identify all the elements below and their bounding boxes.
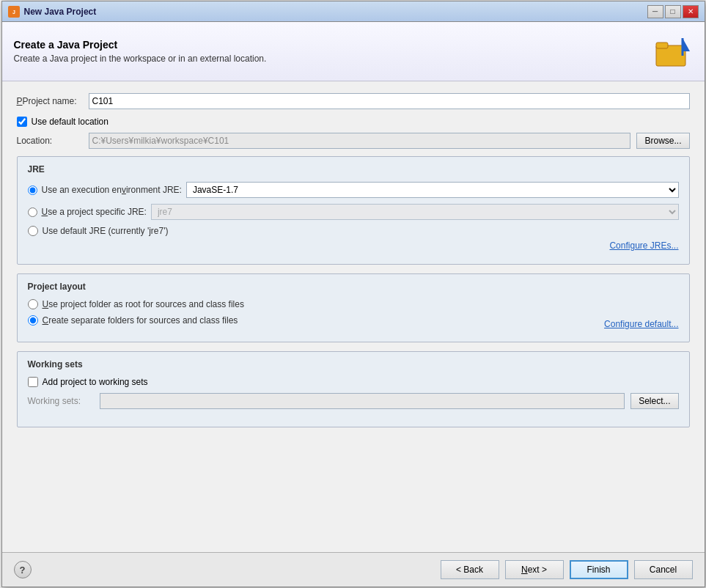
layout-section-title: Project layout bbox=[28, 282, 679, 292]
project-name-label: PProject name: bbox=[17, 96, 83, 106]
add-working-sets-row: Add project to working sets bbox=[28, 377, 679, 387]
window-controls: ─ □ ✕ bbox=[647, 5, 699, 18]
working-sets-section-title: Working sets bbox=[28, 359, 679, 370]
project-name-row: PProject name: bbox=[17, 93, 690, 109]
layout-option2-row: Create separate folders for sources and … bbox=[28, 315, 238, 326]
jre-option1-row: Use an execution environment JRE: JavaSE… bbox=[28, 182, 679, 198]
location-label: Location: bbox=[17, 136, 83, 146]
maximize-button[interactable]: □ bbox=[665, 5, 681, 18]
window-icon: J bbox=[8, 6, 20, 18]
next-button[interactable]: Next > bbox=[505, 560, 564, 579]
configure-default-link[interactable]: Configure default... bbox=[604, 319, 678, 329]
footer-left: ? bbox=[14, 561, 32, 578]
footer-right: < Back Next > Finish Cancel bbox=[441, 560, 693, 579]
jre-option2-label: Use a project specific JRE: bbox=[42, 207, 147, 217]
select-working-sets-button[interactable]: Select... bbox=[630, 393, 678, 409]
jre-option3-label: Use default JRE (currently 'jre7') bbox=[43, 226, 169, 236]
working-sets-section: Working sets Add project to working sets… bbox=[17, 351, 690, 427]
add-working-sets-checkbox[interactable] bbox=[28, 377, 38, 387]
footer: ? < Back Next > Finish Cancel bbox=[2, 552, 705, 587]
project-name-input[interactable] bbox=[89, 93, 690, 109]
finish-button[interactable]: Finish bbox=[570, 560, 628, 579]
jre-environment-select[interactable]: JavaSE-1.7 bbox=[186, 182, 679, 198]
jre-option3-radio[interactable] bbox=[28, 226, 38, 236]
use-default-location-label[interactable]: Use default location bbox=[32, 117, 109, 127]
layout-option1-row: Use project folder as root for sources a… bbox=[28, 299, 679, 309]
minimize-button[interactable]: ─ bbox=[647, 5, 663, 18]
window: J New Java Project ─ □ ✕ Create a Java P… bbox=[1, 1, 705, 587]
back-button[interactable]: < Back bbox=[441, 560, 499, 579]
jre-option1-label: Use an execution environment JRE: bbox=[42, 185, 182, 195]
layout-option2-label: Create separate folders for sources and … bbox=[43, 315, 238, 326]
jre-section: JRE Use an execution environment JRE: Ja… bbox=[17, 156, 690, 265]
jre-option2-radio[interactable] bbox=[28, 207, 37, 217]
header-icon-area bbox=[655, 32, 693, 70]
use-default-location-checkbox[interactable] bbox=[17, 117, 27, 127]
jre-section-title: JRE bbox=[28, 164, 679, 174]
svg-text:J: J bbox=[12, 10, 15, 15]
layout-option1-radio[interactable] bbox=[28, 299, 38, 309]
title-bar: J New Java Project ─ □ ✕ bbox=[2, 1, 705, 22]
jre-specific-select[interactable]: jre7 bbox=[151, 204, 679, 220]
use-default-location-row: Use default location bbox=[17, 117, 690, 127]
working-sets-input[interactable] bbox=[100, 393, 625, 409]
window-title: New Java Project bbox=[24, 7, 643, 17]
close-button[interactable]: ✕ bbox=[683, 5, 699, 18]
cancel-button[interactable]: Cancel bbox=[634, 560, 693, 579]
content-area: PProject name: Use default location Loca… bbox=[2, 81, 705, 552]
add-working-sets-label: Add project to working sets bbox=[43, 377, 148, 387]
layout-option2-radio[interactable] bbox=[28, 315, 38, 326]
layout-option1-label: Use project folder as root for sources a… bbox=[43, 299, 244, 309]
browse-button[interactable]: Browse... bbox=[636, 133, 689, 149]
help-button[interactable]: ? bbox=[14, 561, 32, 578]
location-row: Location: Browse... bbox=[17, 133, 690, 149]
configure-jres-link[interactable]: Configure JREs... bbox=[609, 240, 678, 251]
svg-rect-3 bbox=[656, 43, 668, 48]
working-sets-label: Working sets: bbox=[28, 396, 94, 406]
jre-option1-radio[interactable] bbox=[28, 185, 37, 195]
header-area: Create a Java Project Create a Java proj… bbox=[2, 22, 705, 81]
jre-option3-row: Use default JRE (currently 'jre7') bbox=[28, 226, 679, 236]
header-subtitle: Create a Java project in the workspace o… bbox=[14, 54, 267, 64]
project-icon bbox=[655, 32, 693, 70]
configure-jres-container: Configure JREs... bbox=[28, 239, 679, 251]
working-sets-row: Working sets: Select... bbox=[28, 393, 679, 409]
header-text: Create a Java Project Create a Java proj… bbox=[14, 39, 267, 64]
layout-section: Project layout Use project folder as roo… bbox=[17, 273, 690, 342]
header-title: Create a Java Project bbox=[14, 39, 267, 51]
jre-option2-row: Use a project specific JRE: jre7 bbox=[28, 204, 679, 220]
location-input[interactable] bbox=[89, 133, 631, 149]
